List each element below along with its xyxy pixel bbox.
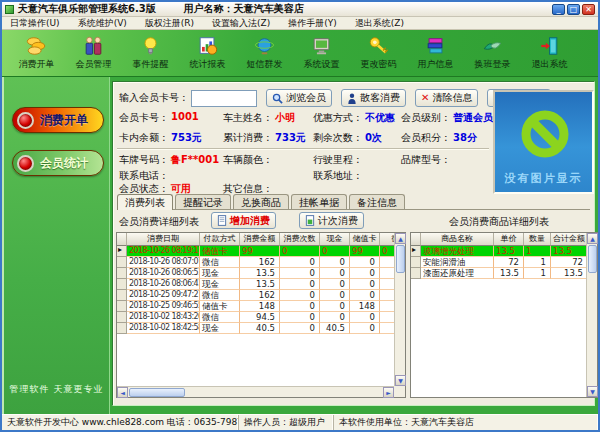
scroll-down-icon[interactable]: ▼ bbox=[395, 375, 406, 386]
toolbar-button-sms[interactable]: 短信群发 bbox=[236, 35, 293, 71]
members-icon bbox=[81, 35, 106, 57]
toolbar-button-members[interactable]: 会员管理 bbox=[65, 35, 122, 71]
scroll-left-icon[interactable]: ◄ bbox=[117, 387, 128, 398]
tab[interactable]: 提醒记录 bbox=[175, 194, 231, 209]
tab[interactable]: 消费列表 bbox=[117, 194, 173, 210]
member-photo-box: 没有图片显示 bbox=[493, 90, 594, 194]
status-developer: 天意软件开发中心 www.chle828.com 电话：0635-7987985… bbox=[2, 415, 239, 430]
field-plate: 车牌号码：鲁F**001 bbox=[119, 153, 219, 167]
clear-x-icon: ✕ bbox=[421, 93, 429, 103]
horizontal-scrollbar[interactable]: ◄ ► bbox=[117, 386, 394, 397]
vertical-scrollbar[interactable]: ▲ ▼ bbox=[394, 233, 405, 386]
tab[interactable]: 备注信息 bbox=[349, 194, 405, 209]
no-image-icon bbox=[519, 108, 571, 160]
consumption-row[interactable]: 2018-10-26 08:19:17 储值卡 99 0 0 99 0 bbox=[117, 246, 394, 257]
scroll-up-icon[interactable]: ▲ bbox=[395, 233, 406, 244]
document-icon bbox=[217, 215, 227, 226]
toolbar-button-shift[interactable]: 换班登录 bbox=[464, 35, 521, 71]
scroll-up-icon[interactable]: ▲ bbox=[587, 233, 598, 244]
status-operator: 操作人员：超级用户 bbox=[239, 415, 334, 430]
row-selector bbox=[117, 268, 127, 279]
row-selector bbox=[117, 301, 127, 312]
row-selector bbox=[411, 246, 421, 257]
field-car-color: 车辆颜色： bbox=[223, 153, 275, 167]
count-consumption-button[interactable]: 计次消费 bbox=[299, 212, 364, 229]
row-selector bbox=[117, 290, 127, 301]
field-phone: 联系电话： bbox=[119, 169, 171, 183]
consumption-row[interactable]: 2018-10-02 18:43:20 微信 94.5 0 0 0 94.5 bbox=[117, 312, 394, 323]
field-mileage: 行驶里程： bbox=[313, 153, 365, 167]
sidebar-button-consume[interactable]: 消费开单 bbox=[12, 107, 104, 133]
status-licensee: 本软件使用单位：天意汽车美容店 bbox=[334, 415, 598, 430]
monitor-icon bbox=[309, 35, 334, 57]
card-input-label: 输入会员卡号： bbox=[119, 91, 189, 105]
tab[interactable]: 挂帐单据 bbox=[291, 194, 347, 209]
product-table-body: 玻璃增光处理 13.5 1 13.5 安能润滑油 72 bbox=[411, 246, 586, 279]
minimize-button[interactable]: _ bbox=[552, 4, 565, 15]
field-discount: 优惠方式：不优惠 bbox=[313, 111, 395, 125]
red-led-icon bbox=[17, 155, 34, 172]
consumption-row[interactable]: 2018-10-26 08:06:41 现金 13.5 0 0 0 bbox=[117, 279, 394, 290]
toolbar-button-settings[interactable]: 系统设置 bbox=[293, 35, 350, 71]
consumption-row[interactable]: 2018-10-02 18:42:58 现金 40.5 0 40.5 0 bbox=[117, 323, 394, 334]
titlebar: 天意汽车俱乐部管理系统6.3版 用户名称：天意汽车美容店 _ □ ✕ bbox=[2, 2, 598, 17]
product-list-title: 会员消费商品详细列表 bbox=[449, 215, 549, 229]
field-points: 会员积分：38分 bbox=[401, 131, 477, 145]
product-row[interactable]: 漆面还原处理 13.5 1 13.5 bbox=[411, 268, 586, 279]
row-selector bbox=[411, 268, 421, 279]
scroll-down-icon[interactable]: ▼ bbox=[587, 386, 598, 397]
walkin-consume-button[interactable]: 散客消费 bbox=[341, 89, 406, 107]
divider bbox=[117, 148, 489, 150]
consumption-row[interactable]: 2018-10-26 08:06:51 现金 13.5 0 0 0 bbox=[117, 268, 394, 279]
field-brand: 品牌型号： bbox=[401, 153, 453, 167]
toolbar-button-password[interactable]: 更改密码 bbox=[350, 35, 407, 71]
add-consumption-button[interactable]: 增加消费 bbox=[211, 212, 276, 229]
menu-item[interactable]: 设置输入法(Z) bbox=[212, 17, 270, 30]
exit-door-icon bbox=[537, 35, 562, 57]
consumption-row[interactable]: 2018-10-26 08:07:07 微信 162 0 0 0 162 bbox=[117, 257, 394, 268]
scroll-right-icon[interactable]: ► bbox=[383, 387, 394, 398]
toolbar-button-reminder[interactable]: 事件提醒 bbox=[122, 35, 179, 71]
report-icon bbox=[195, 35, 220, 57]
red-led-icon bbox=[17, 112, 34, 129]
tab[interactable]: 兑换商品 bbox=[233, 194, 289, 209]
row-selector bbox=[117, 279, 127, 290]
menu-item[interactable]: 版权注册(R) bbox=[145, 17, 194, 30]
product-row[interactable]: 安能润滑油 72 1 72 bbox=[411, 257, 586, 268]
scrollbar-thumb[interactable] bbox=[129, 388, 185, 397]
scrollbar-thumb[interactable] bbox=[396, 245, 405, 273]
person-icon bbox=[347, 93, 357, 104]
key-icon bbox=[366, 35, 391, 57]
row-header bbox=[117, 233, 127, 246]
card-number-input[interactable] bbox=[191, 90, 257, 107]
field-card-no: 会员卡号：1001 bbox=[119, 111, 199, 125]
browse-members-button[interactable]: 浏览会员 bbox=[266, 89, 332, 107]
consumption-row[interactable]: 2018-10-25 09:47:27 微信 162 0 0 0 162 bbox=[117, 290, 394, 301]
close-button[interactable]: ✕ bbox=[582, 4, 595, 15]
menu-item[interactable]: 系统维护(V) bbox=[78, 17, 127, 30]
menu-item[interactable]: 日常操作(U) bbox=[10, 17, 60, 30]
consumption-table-body: 2018-10-26 08:19:17 储值卡 99 0 0 99 0 bbox=[117, 246, 394, 334]
menu-item[interactable]: 退出系统(Z) bbox=[355, 17, 404, 30]
field-level: 会员级别：普通会员 bbox=[401, 111, 493, 125]
window-title: 天意汽车俱乐部管理系统6.3版 bbox=[18, 2, 156, 16]
vertical-scrollbar[interactable]: ▲ ▼ bbox=[586, 233, 597, 397]
main-panel: 输入会员卡号： 浏览会员 散客消费 ✕ 清除信息 ✚ bbox=[112, 81, 595, 406]
menu-item[interactable]: 操作手册(Y) bbox=[288, 17, 337, 30]
consumption-row[interactable]: 2018-10-25 09:46:55 储值卡 148 0 0 148 bbox=[117, 301, 394, 312]
menubar: 日常操作(U) 系统维护(V) 版权注册(R) 设置输入法(Z) 操作手册(Y)… bbox=[2, 17, 598, 30]
statusbar: 天意软件开发中心 www.chle828.com 电话：0635-7987985… bbox=[2, 414, 598, 430]
sidebar-slogan: 管理软件 天意更专业 bbox=[4, 383, 109, 396]
bulb-icon bbox=[138, 35, 163, 57]
toolbar-button-userinfo[interactable]: 用户信息 bbox=[407, 35, 464, 71]
toolbar-button-exit[interactable]: 退出系统 bbox=[521, 35, 578, 71]
maximize-button[interactable]: □ bbox=[567, 4, 580, 15]
sidebar-button-member-stats[interactable]: 会员统计 bbox=[12, 150, 104, 176]
consumption-table-header: 消费日期 付款方式 消费金额 消费次数 现金 储值卡 微信 bbox=[117, 233, 394, 246]
product-row[interactable]: 玻璃增光处理 13.5 1 13.5 bbox=[411, 246, 586, 257]
app-window: 天意汽车俱乐部管理系统6.3版 用户名称：天意汽车美容店 _ □ ✕ 日常操作(… bbox=[0, 0, 600, 432]
scrollbar-thumb[interactable] bbox=[588, 245, 597, 273]
toolbar-button-reports[interactable]: 统计报表 bbox=[179, 35, 236, 71]
toolbar-button-consume[interactable]: 消费开单 bbox=[8, 35, 65, 71]
clear-info-button[interactable]: ✕ 清除信息 bbox=[415, 89, 478, 107]
